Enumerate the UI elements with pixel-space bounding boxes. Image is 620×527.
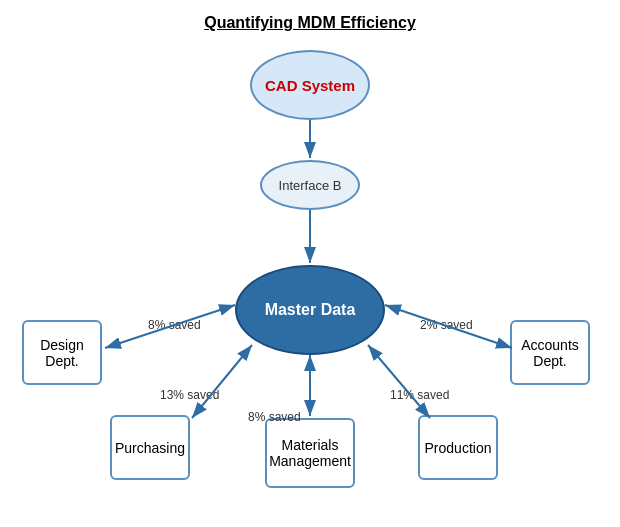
design-dept-node: Design Dept. [22, 320, 102, 385]
interface-b-node: Interface B [260, 160, 360, 210]
accounts-savings-label: 2% saved [420, 318, 473, 332]
svg-line-7 [192, 345, 252, 418]
design-savings-label: 8% saved [148, 318, 201, 332]
accounts-dept-node: Accounts Dept. [510, 320, 590, 385]
svg-line-9 [368, 345, 430, 418]
materials-savings-label: 8% saved [248, 410, 301, 424]
materials-mgmt-node: Materials Management [265, 418, 355, 488]
cad-system-node: CAD System [250, 50, 370, 120]
production-node: Production [418, 415, 498, 480]
master-data-node: Master Data [235, 265, 385, 355]
production-savings-label: 11% saved [390, 388, 449, 402]
page-title: Quantifying MDM Efficiency [0, 14, 620, 32]
purchasing-node: Purchasing [110, 415, 190, 480]
purchasing-savings-label: 13% saved [160, 388, 219, 402]
